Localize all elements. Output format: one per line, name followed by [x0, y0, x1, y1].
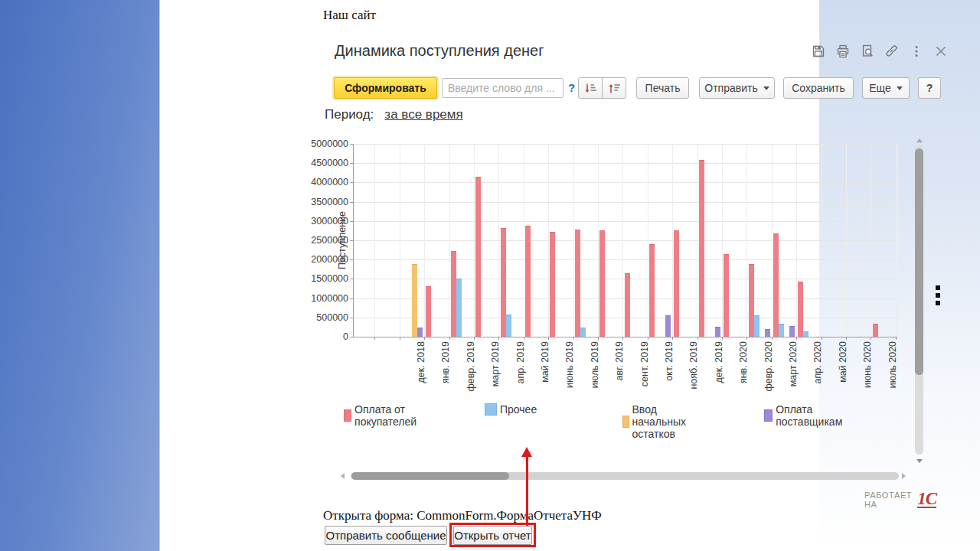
bar-авг. 2019 — [599, 230, 605, 337]
open-report-button[interactable]: Открыть отчет — [453, 526, 532, 545]
sort-descending-button[interactable] — [578, 77, 603, 99]
bar-февр. 2020 — [754, 315, 760, 337]
bar-февр. 2019 — [456, 279, 462, 337]
help-button[interactable]: ? — [918, 77, 941, 99]
search-input[interactable] — [442, 78, 564, 98]
legend-swatch — [622, 416, 629, 428]
gridline — [896, 144, 897, 337]
gridline — [353, 163, 897, 164]
gridline — [353, 221, 897, 222]
save-button[interactable]: Сохранить — [783, 77, 854, 99]
gridline — [353, 259, 897, 260]
powered-by-label: РАБОТАЕТ НА — [864, 491, 912, 509]
scroll-left-arrow[interactable] — [341, 473, 345, 479]
gridline — [871, 144, 871, 337]
gridline — [548, 144, 549, 337]
chevron-down-icon — [897, 86, 903, 90]
gridline — [449, 144, 450, 337]
legend-swatch — [344, 409, 351, 422]
sort-ascending-button[interactable] — [602, 77, 626, 99]
link-icon[interactable] — [884, 44, 899, 58]
y-tick-label: 500000 — [281, 312, 348, 323]
x-tick-label: сент. 2019 — [640, 341, 650, 395]
gridline — [796, 144, 797, 337]
period-label: Период: — [325, 107, 374, 122]
bar-март 2020 — [789, 326, 795, 337]
sort-ascending-icon — [608, 82, 621, 95]
search-help-link[interactable]: ? — [568, 81, 575, 94]
period-row: Период:за все время — [325, 107, 463, 122]
x-tick-label: дек. 2019 — [714, 341, 724, 395]
bar-апр. 2020 — [798, 282, 803, 337]
send-button-label: Отправить — [704, 82, 757, 94]
x-axis — [353, 337, 897, 337]
site-title: Наш сайт — [323, 8, 376, 23]
bar-сент. 2019 — [625, 273, 630, 337]
period-value-link[interactable]: за все время — [384, 107, 462, 122]
x-tick-label: янв. 2019 — [441, 341, 451, 395]
print-button[interactable]: Печать — [636, 77, 689, 99]
powered-by: РАБОТАЕТ НА 1С — [864, 491, 936, 509]
gridline — [697, 144, 698, 337]
x-tick-label: янв. 2020 — [739, 341, 749, 395]
x-tick-label: май 2019 — [541, 341, 550, 395]
gridline — [524, 144, 524, 337]
scroll-up-arrow[interactable] — [916, 139, 923, 142]
send-button[interactable]: Отправить — [699, 77, 775, 99]
bar-дек. 2018 — [417, 328, 423, 337]
x-tick-label: февр. 2020 — [764, 341, 774, 395]
x-tick-label: июль 2019 — [590, 341, 600, 395]
more-icon[interactable] — [909, 44, 923, 58]
legend-item: Прочее — [485, 403, 537, 416]
window-controls — [811, 44, 948, 58]
scroll-right-arrow[interactable] — [902, 473, 906, 479]
legend-item: Оплата поставщикам — [764, 403, 846, 428]
y-axis — [353, 144, 354, 337]
preview-icon[interactable] — [860, 44, 874, 58]
y-tick-label: 4000000 — [281, 177, 348, 187]
generate-button[interactable]: Сформировать — [334, 77, 437, 99]
y-tick-label: 4500000 — [281, 158, 348, 168]
save-icon[interactable] — [811, 44, 825, 58]
gridline — [353, 144, 897, 145]
scroll-down-arrow[interactable] — [916, 459, 923, 463]
x-tick-label: дек. 2018 — [416, 341, 426, 395]
report-window: Наш сайт Динамика поступления денег — [159, 0, 819, 551]
gridline — [822, 144, 822, 337]
bar-окт. 2019 — [649, 244, 655, 337]
x-tick-label: апр. 2020 — [813, 341, 823, 395]
bar-дек. 2019 — [699, 160, 704, 337]
legend-label: Оплата от покупателей — [354, 403, 421, 428]
x-tick-label: окт. 2019 — [665, 341, 675, 395]
gridline — [846, 144, 847, 337]
bar-янв. 2019 — [426, 286, 431, 337]
x-tick-label: апр. 2019 — [516, 341, 526, 395]
send-message-button[interactable]: Отправить сообщение — [325, 526, 447, 545]
drag-handle-dots-icon[interactable] — [936, 285, 940, 305]
print-icon[interactable] — [835, 44, 850, 58]
more-button[interactable]: Еще — [862, 77, 910, 99]
bar-апр. 2019 — [501, 228, 506, 337]
gridline — [353, 240, 897, 241]
x-tick-label: февр. 2019 — [466, 341, 476, 395]
chevron-down-icon — [763, 86, 769, 90]
close-icon[interactable] — [933, 44, 948, 58]
background-left — [0, 0, 159, 551]
gridline — [474, 144, 475, 337]
bar-июль 2019 — [580, 328, 586, 337]
horizontal-scrollbar-thumb[interactable] — [351, 472, 509, 480]
bar-дек. 2019 — [715, 327, 720, 337]
1c-logo: 1С — [917, 491, 936, 508]
bar-июнь 2019 — [550, 232, 555, 337]
bar-март 2019 — [475, 177, 481, 337]
legend-label: Оплата поставщикам — [776, 403, 846, 428]
y-tick-label: 1000000 — [281, 293, 348, 304]
bar-февр. 2020 — [749, 264, 754, 337]
opened-form-status: Открыта форма: CommonForm.ФормаОтчетаУНФ — [323, 508, 602, 523]
bar-февр. 2019 — [451, 251, 456, 337]
vertical-scrollbar-thumb[interactable] — [915, 148, 923, 375]
gridline — [353, 182, 897, 183]
more-button-label: Еще — [869, 82, 891, 94]
x-tick-label: авг. 2019 — [615, 341, 625, 395]
bar-янв. 2020 — [724, 254, 729, 337]
